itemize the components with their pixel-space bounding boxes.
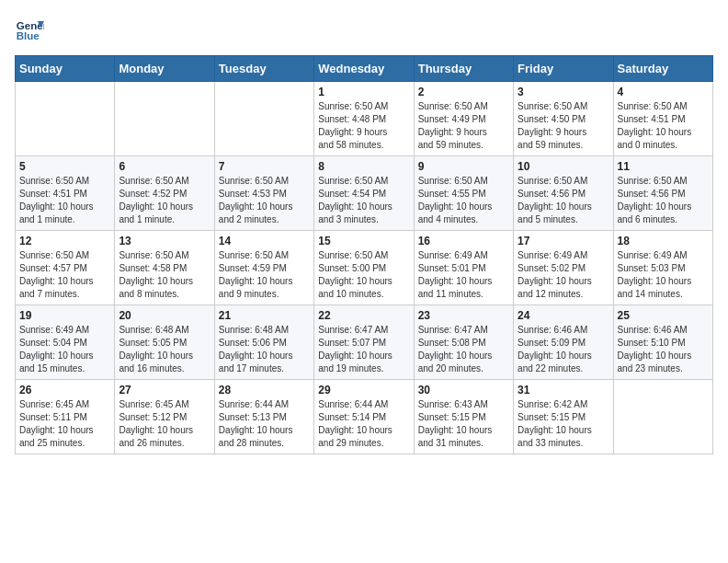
day-info: Sunrise: 6:50 AM Sunset: 4:54 PM Dayligh… [318, 175, 409, 226]
day-number: 1 [318, 86, 409, 98]
day-number: 28 [219, 384, 310, 396]
calendar-header: SundayMondayTuesdayWednesdayThursdayFrid… [16, 56, 713, 82]
day-info: Sunrise: 6:48 AM Sunset: 5:05 PM Dayligh… [119, 324, 210, 375]
day-info: Sunrise: 6:49 AM Sunset: 5:04 PM Dayligh… [19, 324, 110, 375]
calendar-cell: 21Sunrise: 6:48 AM Sunset: 5:06 PM Dayli… [214, 305, 313, 380]
day-info: Sunrise: 6:46 AM Sunset: 5:09 PM Dayligh… [518, 324, 609, 375]
day-of-week-header: Monday [115, 56, 214, 82]
calendar-cell: 17Sunrise: 6:49 AM Sunset: 5:02 PM Dayli… [514, 231, 613, 305]
day-number: 22 [318, 309, 409, 322]
calendar-body: 1Sunrise: 6:50 AM Sunset: 4:48 PM Daylig… [16, 82, 713, 454]
calendar-cell: 26Sunrise: 6:45 AM Sunset: 5:11 PM Dayli… [16, 380, 115, 454]
day-info: Sunrise: 6:45 AM Sunset: 5:11 PM Dayligh… [19, 398, 110, 450]
day-number: 14 [219, 235, 310, 247]
calendar-cell [115, 82, 214, 156]
day-of-week-header: Sunday [16, 56, 115, 82]
day-number: 9 [418, 160, 509, 173]
day-info: Sunrise: 6:49 AM Sunset: 5:02 PM Dayligh… [518, 249, 609, 301]
day-info: Sunrise: 6:48 AM Sunset: 5:06 PM Dayligh… [219, 324, 310, 375]
day-info: Sunrise: 6:49 AM Sunset: 5:03 PM Dayligh… [618, 249, 709, 301]
calendar-week-row: 26Sunrise: 6:45 AM Sunset: 5:11 PM Dayli… [16, 380, 713, 454]
day-info: Sunrise: 6:50 AM Sunset: 4:52 PM Dayligh… [119, 175, 210, 226]
calendar-cell: 8Sunrise: 6:50 AM Sunset: 4:54 PM Daylig… [314, 156, 414, 231]
day-info: Sunrise: 6:47 AM Sunset: 5:08 PM Dayligh… [418, 324, 509, 375]
logo-icon: General Blue [15, 15, 44, 44]
day-number: 13 [119, 235, 210, 247]
day-info: Sunrise: 6:50 AM Sunset: 5:00 PM Dayligh… [318, 249, 409, 301]
calendar-cell: 13Sunrise: 6:50 AM Sunset: 4:58 PM Dayli… [115, 231, 214, 305]
day-number: 8 [318, 160, 409, 173]
calendar-cell: 3Sunrise: 6:50 AM Sunset: 4:50 PM Daylig… [514, 82, 613, 156]
day-number: 5 [19, 160, 110, 173]
calendar-cell: 20Sunrise: 6:48 AM Sunset: 5:05 PM Dayli… [115, 305, 214, 380]
calendar-cell: 24Sunrise: 6:46 AM Sunset: 5:09 PM Dayli… [514, 305, 613, 380]
day-number: 15 [318, 235, 409, 247]
day-info: Sunrise: 6:46 AM Sunset: 5:10 PM Dayligh… [618, 324, 709, 375]
calendar-cell [613, 380, 712, 454]
day-info: Sunrise: 6:50 AM Sunset: 4:51 PM Dayligh… [19, 175, 110, 226]
day-number: 3 [518, 86, 609, 98]
day-info: Sunrise: 6:50 AM Sunset: 4:53 PM Dayligh… [219, 175, 310, 226]
day-of-week-header: Thursday [414, 56, 513, 82]
calendar-cell: 23Sunrise: 6:47 AM Sunset: 5:08 PM Dayli… [414, 305, 513, 380]
day-info: Sunrise: 6:50 AM Sunset: 4:56 PM Dayligh… [618, 175, 709, 226]
day-of-week-header: Wednesday [314, 56, 414, 82]
calendar-cell: 16Sunrise: 6:49 AM Sunset: 5:01 PM Dayli… [414, 231, 513, 305]
calendar-cell: 31Sunrise: 6:42 AM Sunset: 5:15 PM Dayli… [514, 380, 613, 454]
day-number: 18 [618, 235, 709, 247]
day-number: 25 [618, 309, 709, 322]
calendar-week-row: 12Sunrise: 6:50 AM Sunset: 4:57 PM Dayli… [16, 231, 713, 305]
day-number: 26 [19, 384, 110, 396]
calendar-cell: 2Sunrise: 6:50 AM Sunset: 4:49 PM Daylig… [414, 82, 513, 156]
day-info: Sunrise: 6:50 AM Sunset: 4:58 PM Dayligh… [119, 249, 210, 301]
day-number: 30 [418, 384, 509, 396]
day-number: 4 [618, 86, 709, 98]
calendar-week-row: 19Sunrise: 6:49 AM Sunset: 5:04 PM Dayli… [16, 305, 713, 380]
calendar-cell: 6Sunrise: 6:50 AM Sunset: 4:52 PM Daylig… [115, 156, 214, 231]
calendar-cell: 14Sunrise: 6:50 AM Sunset: 4:59 PM Dayli… [214, 231, 313, 305]
day-info: Sunrise: 6:50 AM Sunset: 4:48 PM Dayligh… [318, 100, 409, 152]
svg-text:Blue: Blue [17, 30, 40, 41]
day-number: 11 [618, 160, 709, 173]
calendar-cell [16, 82, 115, 156]
day-number: 23 [418, 309, 509, 322]
calendar-week-row: 1Sunrise: 6:50 AM Sunset: 4:48 PM Daylig… [16, 82, 713, 156]
calendar-cell: 25Sunrise: 6:46 AM Sunset: 5:10 PM Dayli… [613, 305, 712, 380]
day-info: Sunrise: 6:50 AM Sunset: 4:59 PM Dayligh… [219, 249, 310, 301]
day-info: Sunrise: 6:42 AM Sunset: 5:15 PM Dayligh… [518, 398, 609, 450]
calendar-cell: 5Sunrise: 6:50 AM Sunset: 4:51 PM Daylig… [16, 156, 115, 231]
day-info: Sunrise: 6:50 AM Sunset: 4:51 PM Dayligh… [618, 100, 709, 152]
day-info: Sunrise: 6:50 AM Sunset: 4:57 PM Dayligh… [19, 249, 110, 301]
day-info: Sunrise: 6:47 AM Sunset: 5:07 PM Dayligh… [318, 324, 409, 375]
calendar-cell: 28Sunrise: 6:44 AM Sunset: 5:13 PM Dayli… [214, 380, 313, 454]
calendar-cell: 10Sunrise: 6:50 AM Sunset: 4:56 PM Dayli… [514, 156, 613, 231]
day-info: Sunrise: 6:43 AM Sunset: 5:15 PM Dayligh… [418, 398, 509, 450]
day-info: Sunrise: 6:50 AM Sunset: 4:55 PM Dayligh… [418, 175, 509, 226]
day-info: Sunrise: 6:50 AM Sunset: 4:50 PM Dayligh… [518, 100, 609, 152]
day-info: Sunrise: 6:44 AM Sunset: 5:13 PM Dayligh… [219, 398, 310, 450]
calendar-cell: 19Sunrise: 6:49 AM Sunset: 5:04 PM Dayli… [16, 305, 115, 380]
day-number: 6 [119, 160, 210, 173]
calendar-cell: 29Sunrise: 6:44 AM Sunset: 5:14 PM Dayli… [314, 380, 414, 454]
calendar-cell: 7Sunrise: 6:50 AM Sunset: 4:53 PM Daylig… [214, 156, 313, 231]
day-number: 31 [518, 384, 609, 396]
calendar-cell: 15Sunrise: 6:50 AM Sunset: 5:00 PM Dayli… [314, 231, 414, 305]
day-of-week-header: Tuesday [214, 56, 313, 82]
day-number: 21 [219, 309, 310, 322]
logo: General Blue [15, 15, 44, 44]
day-number: 7 [219, 160, 310, 173]
day-number: 2 [418, 86, 509, 98]
calendar-cell [214, 82, 313, 156]
page-header: General Blue [15, 15, 713, 44]
calendar-cell: 30Sunrise: 6:43 AM Sunset: 5:15 PM Dayli… [414, 380, 513, 454]
header-row: SundayMondayTuesdayWednesdayThursdayFrid… [16, 56, 713, 82]
day-number: 27 [119, 384, 210, 396]
day-of-week-header: Friday [514, 56, 613, 82]
calendar-cell: 22Sunrise: 6:47 AM Sunset: 5:07 PM Dayli… [314, 305, 414, 380]
calendar-table: SundayMondayTuesdayWednesdayThursdayFrid… [15, 55, 713, 454]
day-number: 10 [518, 160, 609, 173]
day-number: 29 [318, 384, 409, 396]
calendar-cell: 4Sunrise: 6:50 AM Sunset: 4:51 PM Daylig… [613, 82, 712, 156]
calendar-cell: 1Sunrise: 6:50 AM Sunset: 4:48 PM Daylig… [314, 82, 414, 156]
calendar-week-row: 5Sunrise: 6:50 AM Sunset: 4:51 PM Daylig… [16, 156, 713, 231]
